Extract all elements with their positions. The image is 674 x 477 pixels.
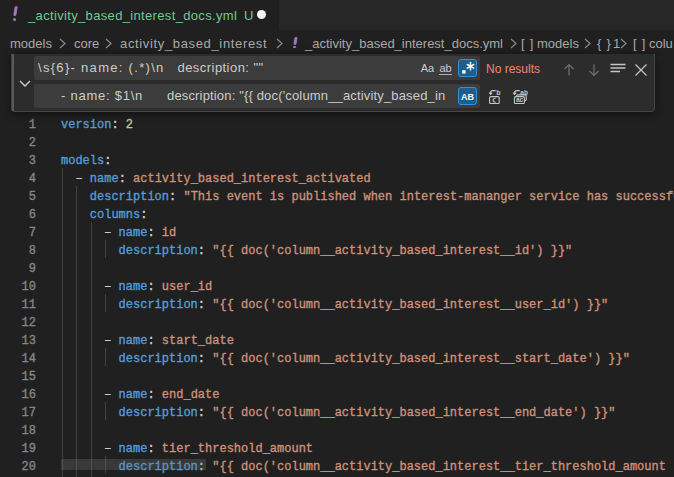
svg-text:ab: ab xyxy=(520,89,528,96)
svg-text:b: b xyxy=(496,89,500,96)
svg-text:ac: ac xyxy=(516,96,524,103)
